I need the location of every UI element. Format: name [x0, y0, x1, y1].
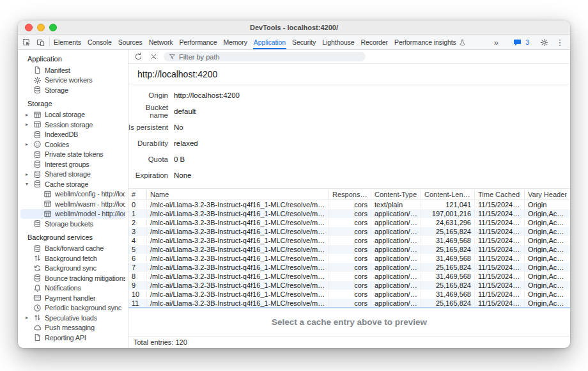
detail-row-expiration: ExpirationNone	[128, 167, 570, 183]
sidebar-item-service-workers[interactable]: Service workers	[20, 75, 125, 86]
sidebar-item-session-storage[interactable]: ▸Session storage	[20, 120, 125, 130]
cache-entry-row[interactable]: 3/mlc-ai/Llama-3.2-3B-Instruct-q4f16_1-M…	[128, 227, 570, 236]
column-header-time-cached[interactable]: Time Cached	[474, 191, 524, 198]
sidebar-item-periodic-background-sync[interactable]: Periodic background sync	[20, 303, 125, 313]
column-header-[interactable]: #	[128, 191, 146, 198]
column-header-response-type[interactable]: Response-Type	[329, 191, 371, 198]
flask-icon	[459, 39, 466, 46]
cache-entry-row[interactable]: 6/mlc-ai/Llama-3.2-3B-Instruct-q4f16_1-M…	[128, 254, 570, 263]
inspect-icon[interactable]	[20, 36, 33, 48]
delete-selected-icon[interactable]	[147, 51, 160, 63]
sidebar-item-label: Periodic background sync	[45, 304, 121, 312]
column-header-name[interactable]: Name	[146, 191, 329, 198]
sidebar-item-label: Bounce tracking mitigations	[45, 274, 125, 282]
table-icon	[33, 120, 42, 129]
sidebar-item-speculative-loads[interactable]: ▸Speculative loads	[20, 313, 125, 323]
tab-security[interactable]: Security	[289, 35, 319, 49]
sidebar-item-local-storage[interactable]: ▸Local storage	[20, 110, 125, 120]
sidebar-item-webllm-model-http-loc[interactable]: webllm/model - http://loc...	[20, 209, 125, 219]
filter-input[interactable]: Filter by path	[164, 52, 366, 61]
tab-performance-insights[interactable]: Performance insights	[391, 35, 469, 49]
chevron-right-icon[interactable]: ▸	[26, 112, 33, 118]
sidebar-item-notifications[interactable]: Notifications	[20, 283, 125, 294]
tabbar-left-tools	[18, 35, 49, 49]
funnel-icon	[169, 53, 176, 60]
cell-time_cached: 11/15/2024, 10...	[474, 219, 524, 226]
detail-label: Durability	[128, 139, 168, 147]
cache-entry-row[interactable]: 11/mlc-ai/Llama-3.2-3B-Instruct-q4f16_1-…	[128, 299, 570, 307]
tab-performance[interactable]: Performance	[176, 35, 220, 49]
cell-num: 5	[128, 246, 146, 253]
tab-memory[interactable]: Memory	[220, 35, 250, 49]
chevron-right-icon[interactable]: ▸	[26, 122, 33, 127]
sidebar-item-label: Payment handler	[45, 294, 95, 302]
cell-content_type: application/oc...	[371, 281, 421, 289]
sidebar-item-label: Back/forward cache	[45, 244, 104, 252]
sidebar-item-webllm-config-http-loc[interactable]: webllm/config - http://loc...	[20, 189, 125, 200]
sidebar-item-shared-storage[interactable]: ▸Shared storage	[20, 170, 125, 180]
sidebar-item-background-sync[interactable]: Background sync	[20, 264, 125, 274]
sidebar-item-label: webllm/config - http://loc...	[55, 190, 125, 198]
window-titlebar[interactable]: DevTools - localhost:4200/	[18, 20, 570, 35]
sidebar-item-cookies[interactable]: ▸Cookies	[20, 139, 125, 150]
tab-recorder[interactable]: Recorder	[358, 35, 391, 49]
cell-content_type: application/oc...	[371, 246, 421, 253]
column-header-vary-header[interactable]: Vary Header	[524, 191, 570, 198]
sidebar-item-storage-buckets[interactable]: Storage buckets	[20, 219, 125, 229]
sidebar-item-label: Storage buckets	[45, 220, 93, 228]
cell-time_cached: 11/15/2024, 10...	[474, 264, 524, 271]
kebab-menu-icon[interactable]: ⋮	[553, 36, 566, 48]
tab-elements[interactable]: Elements	[50, 35, 84, 49]
chevron-down-icon[interactable]: ▾	[26, 181, 33, 187]
cache-entry-row[interactable]: 5/mlc-ai/Llama-3.2-3B-Instruct-q4f16_1-M…	[128, 245, 570, 254]
cache-entry-row[interactable]: 4/mlc-ai/Llama-3.2-3B-Instruct-q4f16_1-M…	[128, 236, 570, 245]
tab-label: Performance insights	[394, 38, 456, 46]
cache-entry-row[interactable]: 1/mlc-ai/Llama-3.2-3B-Instruct-q4f16_1-M…	[128, 209, 570, 218]
gear-icon[interactable]	[538, 36, 550, 48]
tab-application[interactable]: Application	[251, 35, 289, 49]
sidebar-item-reporting-api[interactable]: Reporting API	[20, 333, 125, 343]
sidebar-item-interest-groups[interactable]: Interest groups	[20, 159, 125, 170]
cache-entry-row[interactable]: 7/mlc-ai/Llama-3.2-3B-Instruct-q4f16_1-M…	[128, 263, 570, 272]
chevron-right-icon[interactable]: ▸	[26, 171, 33, 177]
cell-content_type: text/plain	[371, 201, 421, 209]
sidebar-item-label: Background sync	[45, 264, 97, 272]
tab-label: Elements	[54, 38, 81, 46]
sidebar-item-indexeddb[interactable]: IndexedDB	[20, 130, 125, 140]
sidebar-item-push-messaging[interactable]: Push messaging	[20, 323, 125, 333]
cache-entry-row[interactable]: 9/mlc-ai/Llama-3.2-3B-Instruct-q4f16_1-M…	[128, 281, 570, 290]
cache-entry-row[interactable]: 0/mlc-ai/Llama-3.2-3B-Instruct-q4f16_1-M…	[128, 200, 570, 209]
detail-row-durability: Durabilityrelaxed	[128, 135, 570, 151]
column-header-content-length[interactable]: Content-Length	[421, 191, 474, 198]
chevron-right-icon[interactable]: ▸	[26, 141, 33, 147]
refresh-icon[interactable]	[132, 51, 144, 63]
tab-label: Console	[88, 38, 112, 46]
sidebar-item-payment-handler[interactable]: Payment handler	[20, 293, 125, 303]
sidebar-item-webllm-wasm-http-loca[interactable]: webllm/wasm - http://loca...	[20, 199, 125, 209]
tab-network[interactable]: Network	[146, 35, 176, 49]
cell-response_type: cors	[329, 264, 371, 271]
sidebar-item-back-forward-cache[interactable]: Back/forward cache	[20, 244, 125, 254]
sidebar-item-bounce-tracking-mitigations[interactable]: Bounce tracking mitigations	[20, 273, 125, 283]
sidebar-item-private-state-tokens[interactable]: Private state tokens	[20, 150, 125, 160]
cache-entry-row[interactable]: 8/mlc-ai/Llama-3.2-3B-Instruct-q4f16_1-M…	[128, 272, 570, 281]
statusbar: Total entries: 120	[128, 336, 570, 348]
tab-sources[interactable]: Sources	[115, 35, 146, 49]
column-header-content-type[interactable]: Content-Type	[371, 191, 421, 198]
cache-entry-row[interactable]: 2/mlc-ai/Llama-3.2-3B-Instruct-q4f16_1-M…	[128, 218, 570, 227]
sidebar-item-storage[interactable]: Storage	[20, 85, 125, 95]
sidebar-item-manifest[interactable]: Manifest	[20, 65, 125, 75]
tab-console[interactable]: Console	[84, 35, 115, 49]
console-bubble-icon[interactable]	[511, 36, 523, 48]
chevron-double-right-icon[interactable]: »	[490, 36, 502, 48]
table-icon	[43, 200, 52, 208]
cell-vary_header: Origin,Access...	[524, 299, 570, 307]
tab-lighthouse[interactable]: Lighthouse	[319, 35, 357, 49]
cell-time_cached: 11/15/2024, 10...	[474, 201, 524, 209]
cache-table-body: 0/mlc-ai/Llama-3.2-3B-Instruct-q4f16_1-M…	[128, 200, 570, 307]
chevron-right-icon[interactable]: ▸	[26, 315, 33, 320]
sidebar-item-cache-storage[interactable]: ▾Cache storage	[20, 179, 125, 189]
device-toolbar-icon[interactable]	[34, 36, 47, 48]
cache-entry-row[interactable]: 10/mlc-ai/Llama-3.2-3B-Instruct-q4f16_1-…	[128, 290, 570, 299]
sidebar-item-background-fetch[interactable]: Background fetch	[20, 253, 125, 264]
